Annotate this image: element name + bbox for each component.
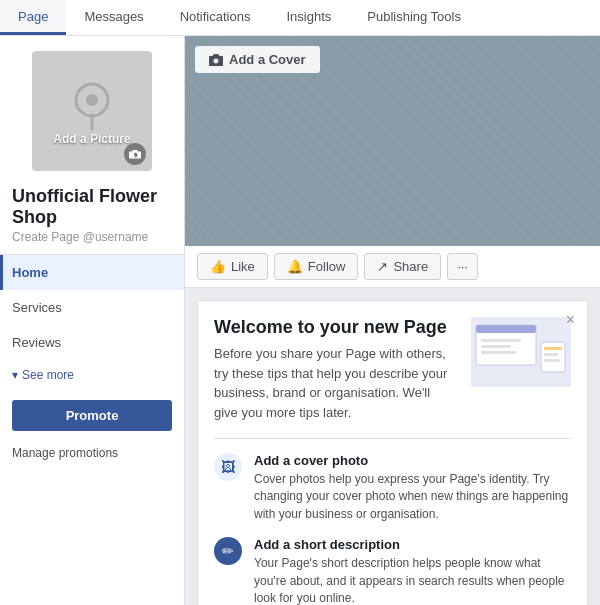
add-cover-button[interactable]: Add a Cover xyxy=(195,46,320,73)
tip-title-short-description: Add a short description xyxy=(254,537,571,552)
tip-icon-cover-photo: 🖼 xyxy=(214,453,242,481)
bell-icon: 🔔 xyxy=(287,259,303,274)
tip-content-cover-photo: Add a cover photo Cover photos help you … xyxy=(254,453,571,523)
camera-icon xyxy=(124,143,146,165)
close-icon[interactable]: × xyxy=(566,311,575,329)
camera-small-icon xyxy=(209,54,223,66)
tip-description-short-description: Your Page's short description helps peop… xyxy=(254,555,571,605)
nav-tab-page[interactable]: Page xyxy=(0,0,66,35)
see-more-label: See more xyxy=(22,368,74,382)
location-pin-icon xyxy=(67,77,117,132)
sidebar-navigation: HomeServicesReviews xyxy=(0,254,184,360)
nav-tab-messages[interactable]: Messages xyxy=(66,0,161,35)
svg-rect-5 xyxy=(476,325,536,333)
share-label: Share xyxy=(393,259,428,274)
thumbs-up-icon: 👍 xyxy=(210,259,226,274)
top-nav: PageMessagesNotificationsInsightsPublish… xyxy=(0,0,600,36)
sidebar-item-home[interactable]: Home xyxy=(0,255,184,290)
tip-item-cover-photo: 🖼 Add a cover photo Cover photos help yo… xyxy=(214,453,571,523)
tips-list: 🖼 Add a cover photo Cover photos help yo… xyxy=(214,438,571,605)
tip-content-short-description: Add a short description Your Page's shor… xyxy=(254,537,571,605)
page-name: Unofficial Flower Shop xyxy=(0,181,184,228)
nav-tab-publishing-tools[interactable]: Publishing Tools xyxy=(349,0,479,35)
follow-button[interactable]: 🔔 Follow xyxy=(274,253,359,280)
main-content: Add a Cover 👍 Like 🔔 Follow ↗ Share ··· … xyxy=(185,36,600,605)
like-label: Like xyxy=(231,259,255,274)
profile-picture[interactable]: Add a Picture xyxy=(32,51,152,171)
tip-item-short-description: ✏ Add a short description Your Page's sh… xyxy=(214,537,571,605)
welcome-description: Before you share your Page with others, … xyxy=(214,344,455,422)
sidebar-item-reviews[interactable]: Reviews xyxy=(0,325,184,360)
svg-point-1 xyxy=(86,94,98,106)
welcome-header: Welcome to your new Page Before you shar… xyxy=(214,317,571,422)
chevron-down-icon: ▾ xyxy=(12,368,18,382)
svg-rect-8 xyxy=(481,351,516,354)
promote-section: Promote xyxy=(0,390,184,441)
page-username[interactable]: Create Page @username xyxy=(0,228,184,254)
follow-label: Follow xyxy=(308,259,346,274)
tip-description-cover-photo: Cover photos help you express your Page'… xyxy=(254,471,571,523)
add-cover-label: Add a Cover xyxy=(229,52,306,67)
promote-button[interactable]: Promote xyxy=(12,400,172,431)
nav-tab-notifications[interactable]: Notifications xyxy=(162,0,269,35)
sidebar: Add a Picture Unofficial Flower Shop Cre… xyxy=(0,36,185,605)
tip-title-cover-photo: Add a cover photo xyxy=(254,453,571,468)
share-button[interactable]: ↗ Share xyxy=(364,253,441,280)
sidebar-item-services[interactable]: Services xyxy=(0,290,184,325)
cover-photo-area: Add a Cover xyxy=(185,36,600,246)
svg-rect-6 xyxy=(481,339,521,342)
svg-rect-12 xyxy=(544,359,560,362)
welcome-text: Welcome to your new Page Before you shar… xyxy=(214,317,455,422)
svg-rect-10 xyxy=(544,347,562,350)
svg-rect-9 xyxy=(541,342,565,372)
action-bar: 👍 Like 🔔 Follow ↗ Share ··· xyxy=(185,246,600,288)
share-icon: ↗ xyxy=(377,259,388,274)
add-picture-label: Add a Picture xyxy=(53,132,130,146)
tip-icon-short-description: ✏ xyxy=(214,537,242,565)
svg-rect-7 xyxy=(481,345,511,348)
welcome-illustration xyxy=(471,317,571,387)
manage-promotions-link[interactable]: Manage promotions xyxy=(0,441,184,465)
svg-rect-11 xyxy=(544,353,558,356)
see-more-button[interactable]: ▾ See more xyxy=(0,360,184,390)
welcome-box: × Welcome to your new Page Before you sh… xyxy=(197,300,588,605)
nav-tab-insights[interactable]: Insights xyxy=(268,0,349,35)
more-button[interactable]: ··· xyxy=(447,253,478,280)
like-button[interactable]: 👍 Like xyxy=(197,253,268,280)
welcome-title: Welcome to your new Page xyxy=(214,317,455,338)
